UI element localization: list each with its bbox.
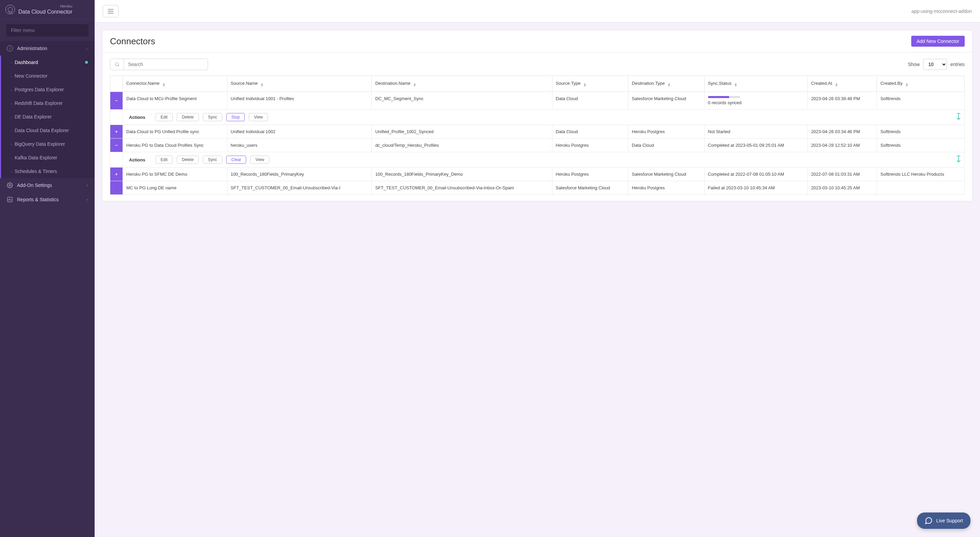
add-connector-button[interactable]: Add New Connector — [911, 36, 965, 47]
show-label: Show — [908, 62, 920, 67]
progress-bar — [708, 96, 740, 98]
nav-admin-label: Administration — [17, 46, 47, 51]
arrow-down-icon — [956, 113, 961, 121]
nav-item-bigquery[interactable]: BigQuery Data Explorer — [1, 137, 95, 151]
actions-row: Actions Edit Delete Sync Clear View — [110, 152, 965, 167]
brand-main: Data Cloud Connector — [18, 8, 72, 15]
svg-line-9 — [118, 65, 119, 66]
delete-button[interactable]: Delete — [177, 156, 199, 164]
search-box — [110, 59, 208, 70]
main-area: app-using-mcconnect-addon Connectors Add… — [95, 0, 980, 537]
sort-icon: ▲▼ — [668, 83, 671, 87]
table-row: MC to PG Long DE name SFT_TEST_CUSTOMER_… — [110, 181, 965, 195]
page-title: Connectors — [110, 36, 155, 47]
col-sync-status[interactable]: Sync.Status ▲▼ — [704, 76, 807, 92]
gear-icon — [7, 182, 13, 188]
arrow-down-icon — [956, 155, 961, 164]
svg-point-0 — [9, 185, 11, 186]
brand-super: Heroku — [18, 4, 72, 8]
edit-button[interactable]: Edit — [156, 113, 173, 121]
col-source-type[interactable]: Source.Type ▲▼ — [552, 76, 628, 92]
nav-addon-label: Add-On Settings — [17, 183, 52, 188]
sidebar: Heroku Data Cloud Connector i Administra… — [0, 0, 95, 537]
row-expand-button[interactable]: + — [110, 167, 123, 181]
sync-status-cell: 0 records synced — [704, 92, 807, 110]
sort-icon: ▲▼ — [413, 83, 416, 87]
page-size-select[interactable]: 10 — [923, 59, 947, 70]
connectors-panel: Connectors Add New Connector Show — [102, 30, 972, 201]
hamburger-icon — [107, 8, 115, 15]
nav-item-schedules[interactable]: Schedules & Timers — [1, 164, 95, 178]
col-dest-name[interactable]: Destination.Name ▲▼ — [372, 76, 552, 92]
nav-reports[interactable]: Reports & Statistics ‹ — [0, 193, 95, 207]
nav-addon-settings[interactable]: Add-On Settings ‹ — [0, 178, 95, 193]
app-name-label: app-using-mcconnect-addon — [912, 8, 972, 14]
col-dest-type[interactable]: Destination.Type ▲▼ — [628, 76, 704, 92]
nav-item-dashboard[interactable]: Dashboard — [1, 56, 95, 69]
view-button[interactable]: View — [249, 113, 268, 121]
col-created-by[interactable]: Created.By ▲▼ — [877, 76, 965, 92]
nav-item-de[interactable]: DE Data Explorer — [1, 110, 95, 124]
sort-icon: ▲▼ — [905, 83, 908, 87]
view-button[interactable]: View — [250, 156, 269, 164]
info-icon: i — [7, 45, 13, 51]
connectors-table: Connector.Name ▲▼ Source.Name ▲▼ Destina… — [110, 76, 965, 195]
sort-icon: ▲▼ — [734, 83, 738, 87]
row-expand-button[interactable] — [110, 181, 123, 195]
col-created-at[interactable]: Created.At ▲▼ — [807, 76, 877, 92]
nav-item-kafka[interactable]: Kafka Data Explorer — [1, 151, 95, 164]
search-input[interactable] — [124, 59, 208, 70]
clear-button[interactable]: Clear — [226, 156, 247, 164]
nav-administration[interactable]: i Administration ⌵ — [0, 41, 95, 56]
delete-button[interactable]: Delete — [177, 113, 199, 121]
chevron-left-icon: ‹ — [86, 197, 88, 202]
table-row: + Data Cloud to PG Unfied Profile sync U… — [110, 125, 965, 139]
live-support-button[interactable]: Live Support — [917, 513, 970, 529]
stop-button[interactable]: Stop — [226, 113, 245, 121]
chevron-down-icon: ⌵ — [86, 46, 88, 51]
chevron-left-icon: ‹ — [86, 183, 88, 188]
support-label: Live Support — [936, 518, 963, 523]
nav-item-postgres[interactable]: Postgres Data Explorer — [1, 83, 95, 96]
col-connector-name[interactable]: Connector.Name ▲▼ — [123, 76, 228, 92]
col-source-name[interactable]: Source.Name ▲▼ — [227, 76, 372, 92]
filter-menu-input[interactable] — [6, 24, 89, 37]
nav-item-datacloud[interactable]: Data Cloud Data Explorer — [1, 124, 95, 137]
actions-label: Actions — [129, 115, 145, 120]
sort-icon: ▲▼ — [835, 83, 838, 87]
search-icon — [110, 59, 124, 70]
menu-toggle-button[interactable] — [103, 5, 118, 18]
active-dot-icon — [85, 61, 88, 64]
table-row: − Heroku PG to Data Cloud Profiles Sync … — [110, 139, 965, 152]
logo-icon — [5, 5, 15, 14]
actions-label: Actions — [129, 157, 145, 163]
table-row: − Data Cloud to MCc-Profile Segment Unif… — [110, 92, 965, 110]
chart-icon — [7, 196, 13, 202]
nav-item-new-connector[interactable]: New Connector — [1, 69, 95, 83]
row-collapse-button[interactable]: − — [110, 92, 123, 110]
nav-reports-label: Reports & Statistics — [17, 197, 59, 202]
sort-icon: ▲▼ — [260, 83, 264, 87]
sort-icon: ▲▼ — [583, 83, 587, 87]
edit-button[interactable]: Edit — [156, 156, 173, 164]
row-collapse-button[interactable]: − — [110, 139, 123, 152]
sync-button[interactable]: Sync — [203, 113, 222, 121]
brand-logo: Heroku Data Cloud Connector — [0, 0, 95, 19]
chat-icon — [924, 516, 933, 525]
sync-button[interactable]: Sync — [203, 156, 222, 164]
sort-icon: ▲▼ — [162, 83, 165, 87]
svg-point-8 — [115, 63, 118, 66]
topbar: app-using-mcconnect-addon — [95, 0, 980, 22]
actions-row: Actions Edit Delete Sync Stop View — [110, 110, 965, 125]
entries-label: entries — [950, 62, 965, 67]
nav-item-redshift[interactable]: Redshift Data Explorer — [1, 96, 95, 110]
row-expand-button[interactable]: + — [110, 125, 123, 139]
table-row: + Heroku PG to SFMC DE Demo 100_Records_… — [110, 167, 965, 181]
